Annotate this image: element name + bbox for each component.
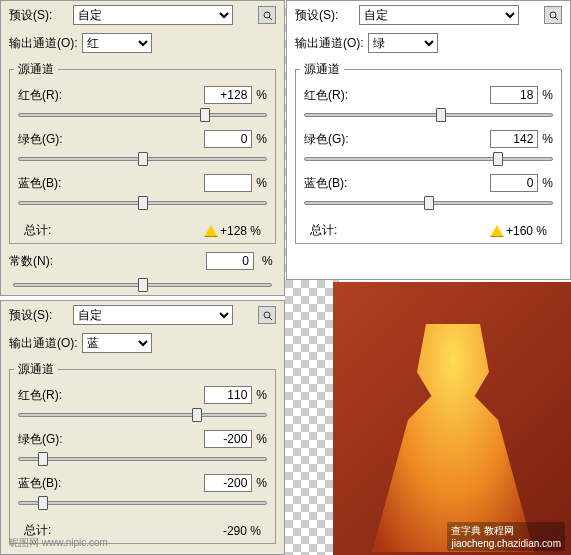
blue-slider[interactable] — [304, 194, 553, 212]
warning-icon — [204, 225, 218, 237]
watermark-nipic: 昵图网 www.nipic.com — [9, 536, 108, 550]
total-label: 总计: — [310, 222, 337, 239]
green-slider[interactable] — [18, 450, 267, 468]
output-channel-select[interactable]: 绿 — [368, 33, 438, 53]
output-channel-label: 输出通道(O): — [295, 35, 364, 52]
red-label: 红色(R): — [18, 87, 62, 104]
total-value: -290 % — [223, 524, 261, 538]
preset-select[interactable]: 自定 — [73, 305, 233, 325]
green-slider[interactable] — [304, 150, 553, 168]
blue-value-input[interactable] — [204, 474, 252, 492]
constant-value-input[interactable] — [206, 252, 254, 270]
output-channel-select[interactable]: 蓝 — [82, 333, 152, 353]
channel-mixer-panel-green: 预设(S): 自定 输出通道(O): 绿 源通道 红色(R): % 绿色(G):… — [286, 0, 571, 280]
green-slider[interactable] — [18, 150, 267, 168]
constant-slider[interactable] — [13, 276, 272, 294]
blue-value-input[interactable] — [490, 174, 538, 192]
green-value-input[interactable] — [204, 430, 252, 448]
source-channel-legend: 源通道 — [14, 361, 58, 378]
result-preview-image: 查字典 教程网 jiaocheng.chazidian.com — [333, 282, 571, 555]
output-channel-select[interactable]: 红 — [82, 33, 152, 53]
source-channel-group: 源通道 红色(R): % 绿色(G): % 蓝色(B): % 总计: +160 … — [295, 61, 562, 244]
preset-label: 预设(S): — [295, 7, 355, 24]
output-channel-label: 输出通道(O): — [9, 35, 78, 52]
channel-mixer-panel-red: 预设(S): 自定 输出通道(O): 红 源通道 红色(R): % 绿色(G):… — [0, 0, 285, 296]
source-channel-group: 源通道 红色(R): % 绿色(G): % 蓝色(B): % 总计: +128 … — [9, 61, 276, 244]
preset-label: 预设(S): — [9, 7, 69, 24]
total-value: +160 % — [490, 224, 547, 238]
preset-menu-button[interactable] — [258, 306, 276, 324]
channel-mixer-panel-blue: 预设(S): 自定 输出通道(O): 蓝 源通道 红色(R): % 绿色(G):… — [0, 300, 285, 555]
blue-slider[interactable] — [18, 494, 267, 512]
watermark-chazidian: 查字典 教程网 jiaocheng.chazidian.com — [447, 522, 565, 551]
green-label: 绿色(G): — [18, 131, 63, 148]
red-value-input[interactable] — [490, 86, 538, 104]
preset-select[interactable]: 自定 — [359, 5, 519, 25]
total-value: +128 % — [204, 224, 261, 238]
output-channel-label: 输出通道(O): — [9, 335, 78, 352]
preset-menu-button[interactable] — [258, 6, 276, 24]
blue-label: 蓝色(B): — [304, 175, 347, 192]
preset-label: 预设(S): — [9, 307, 69, 324]
red-slider[interactable] — [18, 406, 267, 424]
blue-label: 蓝色(B): — [18, 175, 61, 192]
source-channel-legend: 源通道 — [14, 61, 58, 78]
source-channel-group: 源通道 红色(R): % 绿色(G): % 蓝色(B): % 总计: -290 … — [9, 361, 276, 544]
green-value-input[interactable] — [204, 130, 252, 148]
source-channel-legend: 源通道 — [300, 61, 344, 78]
green-value-input[interactable] — [490, 130, 538, 148]
warning-icon — [490, 225, 504, 237]
green-label: 绿色(G): — [18, 431, 63, 448]
blue-label: 蓝色(B): — [18, 475, 61, 492]
preset-select[interactable]: 自定 — [73, 5, 233, 25]
red-value-input[interactable] — [204, 386, 252, 404]
blue-slider[interactable] — [18, 194, 267, 212]
red-slider[interactable] — [304, 106, 553, 124]
total-label: 总计: — [24, 222, 51, 239]
red-slider[interactable] — [18, 106, 267, 124]
red-value-input[interactable] — [204, 86, 252, 104]
red-label: 红色(R): — [304, 87, 348, 104]
blue-value-input[interactable] — [204, 174, 252, 192]
constant-label: 常数(N): — [9, 253, 69, 270]
red-label: 红色(R): — [18, 387, 62, 404]
preset-menu-button[interactable] — [544, 6, 562, 24]
green-label: 绿色(G): — [304, 131, 349, 148]
